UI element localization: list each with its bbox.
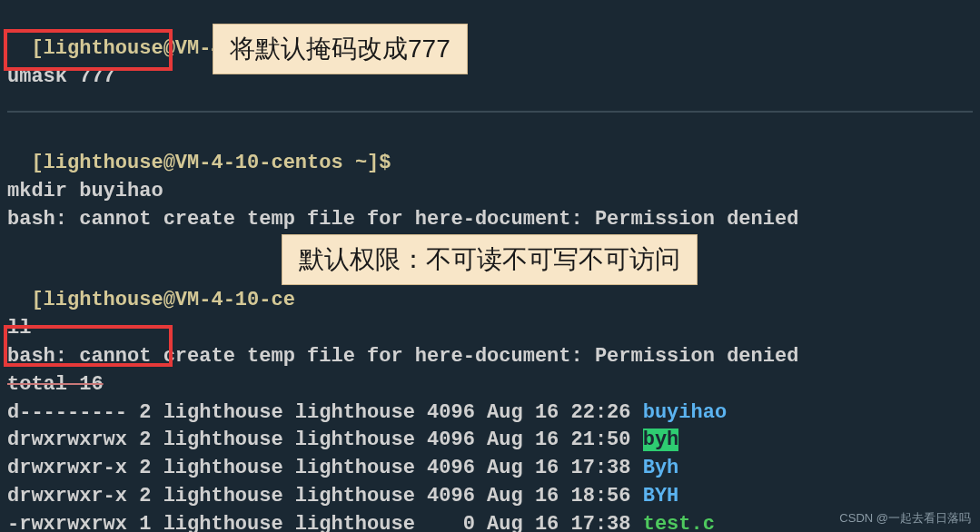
file-name: BYH <box>643 485 679 507</box>
list-item: drwxrwxr-x 2 lighthouse lighthouse 4096 … <box>7 483 973 511</box>
annotation-umask: 将默认掩码改成777 <box>213 24 468 74</box>
watermark: CSDN @一起去看日落吗 <box>839 510 971 527</box>
total-line: total 16 <box>7 371 973 399</box>
file-listing: d--------- 2 lighthouse lighthouse 4096 … <box>7 399 973 532</box>
list-item: -rwxrwxrwx 1 lighthouse lighthouse 0 Aug… <box>7 511 973 532</box>
list-item: d--------- 2 lighthouse lighthouse 4096 … <box>7 399 973 428</box>
cmd-mkdir: mkdir buyihao <box>7 178 973 206</box>
file-name: test.c <box>643 513 715 532</box>
file-name: Byh <box>643 457 679 479</box>
list-item: drwxrwxr-x 2 lighthouse lighthouse 4096 … <box>7 455 973 483</box>
file-name: buyihao <box>643 401 727 424</box>
prompt-line-2: [lighthouse@VM-4-10-centos ~]$ <box>7 122 973 178</box>
highlight-box-perms <box>4 325 173 367</box>
error-line-1: bash: cannot create temp file for here-d… <box>7 206 973 234</box>
file-name: byh <box>643 429 679 451</box>
divider-1 <box>7 111 973 113</box>
highlight-box-umask <box>4 29 173 71</box>
annotation-permission: 默认权限：不可读不可写不可访问 <box>282 234 698 285</box>
list-item: drwxrwxrwx 2 lighthouse lighthouse 4096 … <box>7 427 973 455</box>
